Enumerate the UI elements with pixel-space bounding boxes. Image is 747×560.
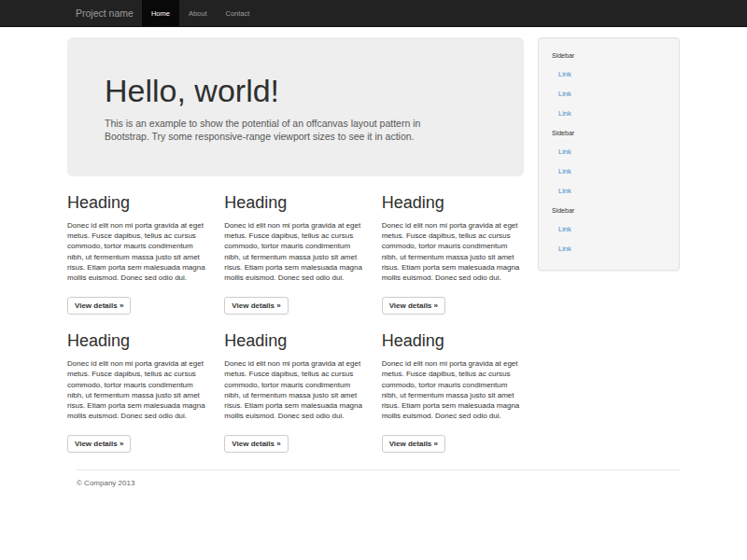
card: HeadingDonec id elit non mi porta gravid… — [382, 331, 524, 453]
card-body-text: Donec id elit non mi porta gravida at eg… — [382, 358, 524, 421]
view-details-button[interactable]: View details » — [224, 297, 288, 315]
card: HeadingDonec id elit non mi porta gravid… — [382, 193, 524, 315]
card-body-text: Donec id elit non mi porta gravida at eg… — [224, 358, 366, 421]
cards-grid: HeadingDonec id elit non mi porta gravid… — [67, 193, 524, 453]
sidebar-link[interactable]: Link — [552, 161, 666, 181]
sidebar-link[interactable]: Link — [552, 64, 666, 84]
page-container: Hello, world! This is an example to show… — [67, 37, 680, 487]
page-title: Hello, world! — [105, 74, 486, 107]
view-details-button[interactable]: View details » — [382, 297, 445, 315]
main-row: Hello, world! This is an example to show… — [67, 37, 680, 453]
view-details-button[interactable]: View details » — [224, 435, 288, 453]
card: HeadingDonec id elit non mi porta gravid… — [224, 331, 366, 453]
view-details-button[interactable]: View details » — [67, 297, 131, 315]
card-heading: Heading — [224, 193, 366, 212]
sidebar-group-title: Sidebar — [552, 49, 666, 63]
nav-item-home[interactable]: Home — [142, 0, 179, 26]
footer: © Company 2013 — [67, 469, 680, 487]
sidebar-group-title: Sidebar — [552, 204, 666, 217]
copyright-text: © Company 2013 — [77, 479, 680, 487]
navbar-menu: HomeAboutContact — [142, 0, 259, 26]
card-heading: Heading — [67, 331, 209, 350]
nav-item-contact[interactable]: Contact — [217, 0, 260, 26]
card-body-text: Donec id elit non mi porta gravida at eg… — [224, 220, 366, 283]
sidebar-link[interactable]: Link — [552, 239, 666, 259]
card-body-text: Donec id elit non mi porta gravida at eg… — [382, 220, 524, 283]
sidebar: SidebarLinkLinkLinkSidebarLinkLinkLinkSi… — [538, 37, 680, 271]
nav-item-about[interactable]: About — [179, 0, 217, 26]
navbar: Project name HomeAboutContact — [0, 0, 747, 27]
card: HeadingDonec id elit non mi porta gravid… — [67, 193, 209, 315]
sidebar-link[interactable]: Link — [552, 84, 666, 104]
sidebar-link[interactable]: Link — [552, 219, 666, 239]
view-details-button[interactable]: View details » — [382, 435, 445, 453]
card-heading: Heading — [224, 331, 366, 350]
footer-divider — [77, 469, 680, 470]
navbar-inner: Project name HomeAboutContact — [67, 0, 680, 26]
card-heading: Heading — [67, 193, 209, 212]
card-heading: Heading — [382, 193, 524, 212]
sidebar-link[interactable]: Link — [552, 181, 666, 201]
card-body-text: Donec id elit non mi porta gravida at eg… — [67, 220, 209, 283]
card: HeadingDonec id elit non mi porta gravid… — [224, 193, 366, 315]
card-body-text: Donec id elit non mi porta gravida at eg… — [67, 358, 209, 421]
main-content: Hello, world! This is an example to show… — [67, 37, 524, 453]
card: HeadingDonec id elit non mi porta gravid… — [67, 331, 209, 453]
sidebar-link[interactable]: Link — [552, 142, 666, 161]
jumbotron-description: This is an example to show the potential… — [105, 117, 486, 143]
sidebar-group-title: Sidebar — [552, 127, 666, 140]
card-heading: Heading — [382, 331, 524, 350]
view-details-button[interactable]: View details » — [67, 435, 131, 453]
jumbotron: Hello, world! This is an example to show… — [67, 37, 524, 176]
navbar-brand[interactable]: Project name — [67, 0, 142, 26]
sidebar-link[interactable]: Link — [552, 104, 666, 123]
